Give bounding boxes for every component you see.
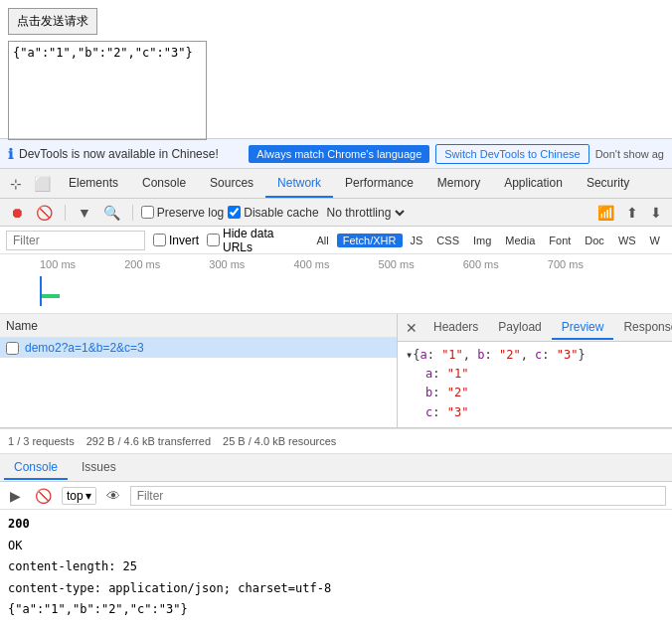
dont-show-button[interactable]: Don't show ag xyxy=(595,148,664,160)
timeline-marker xyxy=(40,276,42,306)
console-line-json: {"a":"1","b":"2","c":"3"} xyxy=(8,599,664,621)
type-css[interactable]: CSS xyxy=(430,234,465,247)
requests-count: 1 / 3 requests xyxy=(8,435,75,447)
info-text: DevTools is now available in Chinese! xyxy=(19,147,243,161)
tab-network[interactable]: Network xyxy=(265,170,333,198)
name-column-header: Name xyxy=(6,319,38,333)
tl-700ms: 700 ms xyxy=(548,258,632,270)
type-w[interactable]: W xyxy=(644,234,666,247)
row-checkbox[interactable] xyxy=(6,342,19,355)
timeline: 100 ms 200 ms 300 ms 400 ms 500 ms 600 m… xyxy=(0,254,672,314)
preserve-log-checkbox[interactable] xyxy=(141,206,154,219)
type-fetch-xhr[interactable]: Fetch/XHR xyxy=(337,234,403,247)
tab-memory[interactable]: Memory xyxy=(425,170,492,198)
type-media[interactable]: Media xyxy=(499,234,541,247)
tab-payload[interactable]: Payload xyxy=(488,316,551,340)
device-icon[interactable]: ⬜ xyxy=(28,172,57,196)
info-bar: ℹ DevTools is now available in Chinese! … xyxy=(0,139,672,169)
request-row[interactable]: demo2?a=1&b=2&c=3 xyxy=(0,338,397,358)
tab-elements[interactable]: Elements xyxy=(57,170,130,198)
tab-application[interactable]: Application xyxy=(492,170,575,198)
response-panel: ✕ Headers Payload Preview Response ▾{a: … xyxy=(398,314,672,427)
type-filters: All Fetch/XHR JS CSS Img Media Font Doc … xyxy=(310,234,666,247)
invert-label[interactable]: Invert xyxy=(153,234,199,247)
tl-300ms: 300 ms xyxy=(209,258,293,270)
page-area: 点击发送请求 {"a":"1","b":"2","c":"3"} xyxy=(0,0,672,139)
console-toolbar: ▶ 🚫 top ▾ 👁 xyxy=(0,482,672,510)
console-line-ok: OK xyxy=(8,536,664,557)
tab-preview[interactable]: Preview xyxy=(552,316,614,340)
tab-sources[interactable]: Sources xyxy=(198,170,265,198)
switch-devtools-button[interactable]: Switch DevTools to Chinese xyxy=(435,144,588,164)
disable-cache-checkbox[interactable] xyxy=(228,206,241,219)
invert-text: Invert xyxy=(169,234,199,247)
preserve-log-text: Preserve log xyxy=(157,206,224,220)
wifi-icon[interactable]: 📶 xyxy=(593,203,618,223)
hide-data-urls-label[interactable]: Hide data URLs xyxy=(207,227,302,254)
tab-headers[interactable]: Headers xyxy=(423,316,488,340)
hide-data-urls-checkbox[interactable] xyxy=(207,234,220,246)
type-font[interactable]: Font xyxy=(543,234,577,247)
type-all[interactable]: All xyxy=(310,234,334,247)
console-line-200: 200 xyxy=(8,514,664,536)
preview-a: a: "1" xyxy=(406,365,664,384)
context-dropdown-icon: ▾ xyxy=(85,489,91,503)
record-button[interactable]: ⏺ xyxy=(6,203,28,223)
type-ws[interactable]: WS xyxy=(612,234,642,247)
filter-bar: Invert Hide data URLs All Fetch/XHR JS C… xyxy=(0,227,672,254)
tab-response[interactable]: Response xyxy=(613,316,672,340)
json-display: {"a":"1","b":"2","c":"3"} xyxy=(8,41,207,140)
upload-icon[interactable]: ⬆ xyxy=(622,203,642,223)
tab-console[interactable]: Console xyxy=(130,170,198,198)
match-language-button[interactable]: Always match Chrome's language xyxy=(249,145,429,163)
play-icon[interactable]: ▶ xyxy=(6,486,25,506)
request-name: demo2?a=1&b=2&c=3 xyxy=(25,341,144,355)
requests-header: Name xyxy=(0,314,397,338)
timeline-green-bar xyxy=(40,294,60,298)
disable-cache-label[interactable]: Disable cache xyxy=(228,206,318,220)
search-button[interactable]: 🔍 xyxy=(99,203,124,223)
response-tab-bar: ✕ Headers Payload Preview Response xyxy=(398,314,672,342)
eye-icon[interactable]: 👁 xyxy=(102,486,124,506)
timeline-bars xyxy=(40,270,632,306)
inspect-icon[interactable]: ⊹ xyxy=(4,172,28,196)
resources-size: 25 B / 4.0 kB resources xyxy=(223,435,336,447)
console-filter-input[interactable] xyxy=(130,486,666,506)
console-line-cl: content-length: 25 xyxy=(8,556,664,578)
separator xyxy=(65,205,66,221)
type-doc[interactable]: Doc xyxy=(579,234,610,247)
top-label: top xyxy=(67,489,84,503)
tl-100ms: 100 ms xyxy=(40,258,124,270)
console-line-ct: content-type: application/json; charset=… xyxy=(8,578,664,600)
type-js[interactable]: JS xyxy=(405,234,429,247)
disable-cache-text: Disable cache xyxy=(244,206,318,220)
invert-checkbox[interactable] xyxy=(153,234,166,246)
tab-security[interactable]: Security xyxy=(575,170,641,198)
type-img[interactable]: Img xyxy=(467,234,497,247)
throttling-select[interactable]: No throttling xyxy=(323,205,408,221)
transferred-size: 292 B / 4.6 kB transferred xyxy=(86,435,211,447)
console-output: 200 OK content-length: 25 content-type: … xyxy=(0,510,672,625)
preserve-log-label[interactable]: Preserve log xyxy=(141,206,224,220)
filter-icon-button[interactable]: ▼ xyxy=(74,203,95,223)
tab-issues[interactable]: Issues xyxy=(72,456,126,480)
tab-console-bottom[interactable]: Console xyxy=(4,456,68,480)
filter-input[interactable] xyxy=(6,231,145,250)
preview-c: c: "3" xyxy=(406,403,664,422)
main-split: Name demo2?a=1&b=2&c=3 ✕ Headers Payload… xyxy=(0,314,672,428)
info-icon: ℹ xyxy=(8,146,13,162)
tab-performance[interactable]: Performance xyxy=(333,170,425,198)
send-request-button[interactable]: 点击发送请求 xyxy=(8,8,97,35)
console-prompt: > xyxy=(0,625,672,630)
requests-panel: Name demo2?a=1&b=2&c=3 xyxy=(0,314,398,427)
block-icon[interactable]: 🚫 xyxy=(31,486,56,506)
clear-button[interactable]: 🚫 xyxy=(32,203,57,223)
network-toolbar: ⏺ 🚫 ▼ 🔍 Preserve log Disable cache No th… xyxy=(0,199,672,227)
devtools-tab-bar: ⊹ ⬜ Elements Console Sources Network Per… xyxy=(0,169,672,199)
separator2 xyxy=(132,205,133,221)
context-select[interactable]: top ▾ xyxy=(62,487,96,505)
preview-content: ▾{a: "1", b: "2", c: "3"} a: "1" b: "2" … xyxy=(398,342,672,426)
download-icon[interactable]: ⬇ xyxy=(646,203,666,223)
tl-500ms: 500 ms xyxy=(379,258,463,270)
close-response-button[interactable]: ✕ xyxy=(400,318,423,338)
